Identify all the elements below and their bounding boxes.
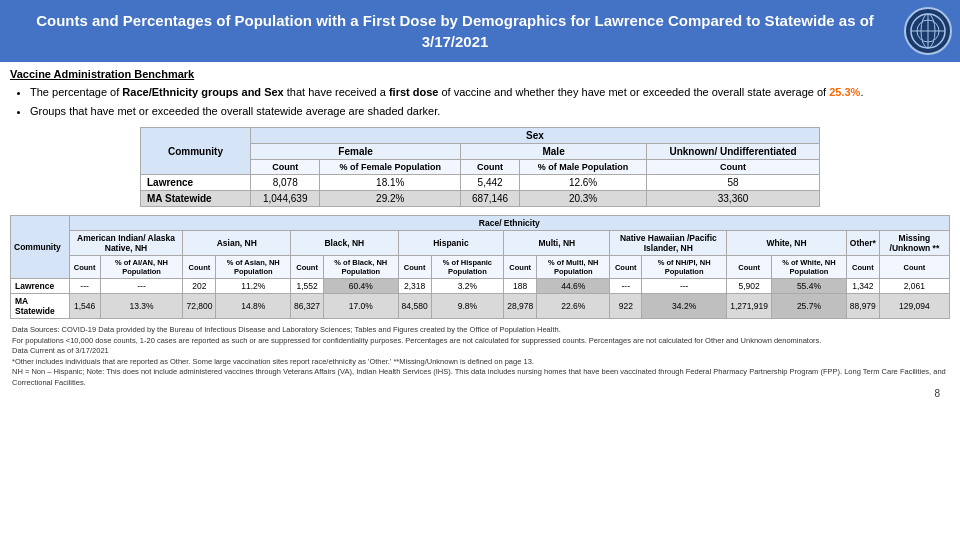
- race-cell-9: 22.6%: [537, 294, 610, 319]
- race-table: Community Race/ Ethnicity American India…: [10, 215, 950, 319]
- race-cell-10: 922: [610, 294, 642, 319]
- race-cell-15: 2,061: [879, 279, 949, 294]
- race-group-Missing: Missing /Unknown **: [879, 231, 949, 256]
- race-sub-header-12: Count: [727, 256, 772, 279]
- race-cell-0: ---: [69, 279, 100, 294]
- row-label: Lawrence: [141, 175, 251, 191]
- sex-table-row: MA Statewide 1,044,639 29.2% 687,146 20.…: [141, 191, 820, 207]
- footnote-line: NH = Non – Hispanic; Note: This does not…: [12, 367, 948, 388]
- unknown-count-sub-header: Count: [647, 160, 820, 175]
- race-cell-5: 17.0%: [324, 294, 399, 319]
- race-row-label: MA Statewide: [11, 294, 70, 319]
- pct-male: 20.3%: [520, 191, 647, 207]
- footnote-line: For populations <10,000 dose counts, 1-2…: [12, 336, 948, 347]
- race-community-header: Community: [11, 216, 70, 279]
- race-cell-1: ---: [100, 279, 183, 294]
- race-sub-header-11: % of NH/PI, NH Population: [642, 256, 727, 279]
- race-group-Other: Other*: [846, 231, 879, 256]
- race-sub-header-6: Count: [398, 256, 431, 279]
- page-title: Counts and Percentages of Population wit…: [10, 10, 900, 52]
- race-cell-7: 3.2%: [431, 279, 504, 294]
- race-cell-6: 2,318: [398, 279, 431, 294]
- race-sub-header-3: % of Asian, NH Population: [216, 256, 291, 279]
- race-cell-13: 25.7%: [772, 294, 847, 319]
- male-count-sub-header: Count: [461, 160, 520, 175]
- race-cell-12: 1,271,919: [727, 294, 772, 319]
- highlight-value: 25.3%: [829, 86, 860, 98]
- race-group-Black: Black, NH: [291, 231, 399, 256]
- race-cell-8: 28,978: [504, 294, 537, 319]
- race-sub-header-1: % of AI/AN, NH Population: [100, 256, 183, 279]
- race-cell-11: ---: [642, 279, 727, 294]
- race-sub-header-10: Count: [610, 256, 642, 279]
- sex-table-wrapper: Community Sex Female Male Unknown/ Undif…: [10, 127, 950, 207]
- race-cell-2: 72,800: [183, 294, 216, 319]
- male-count: 687,146: [461, 191, 520, 207]
- race-sub-header-14: Count: [846, 256, 879, 279]
- race-cell-4: 86,327: [291, 294, 324, 319]
- race-sub-header-13: % of White, NH Population: [772, 256, 847, 279]
- race-cell-8: 188: [504, 279, 537, 294]
- unknown-count: 33,360: [647, 191, 820, 207]
- male-count: 5,442: [461, 175, 520, 191]
- community-col-header: Community: [141, 128, 251, 175]
- female-count: 8,078: [251, 175, 320, 191]
- race-cell-6: 84,580: [398, 294, 431, 319]
- footnotes: Data Sources: COVID-19 Data provided by …: [10, 325, 950, 388]
- male-header: Male: [461, 144, 647, 160]
- race-group-Hispanic: Hispanic: [398, 231, 504, 256]
- bullet-1: The percentage of Race/Ethnicity groups …: [30, 84, 950, 101]
- race-cell-1: 13.3%: [100, 294, 183, 319]
- unknown-count: 58: [647, 175, 820, 191]
- race-group-AI/AN: American Indian/ Alaska Native, NH: [69, 231, 183, 256]
- benchmark-bullets: The percentage of Race/Ethnicity groups …: [30, 84, 950, 119]
- race-group-Asian: Asian, NH: [183, 231, 291, 256]
- bullet-2: Groups that have met or exceeded the ove…: [30, 103, 950, 120]
- race-sub-header-2: Count: [183, 256, 216, 279]
- race-sub-header-5: % of Black, NH Population: [324, 256, 399, 279]
- race-table-row: Lawrence------20211.2%1,55260.4%2,3183.2…: [11, 279, 950, 294]
- race-group-Multi: Multi, NH: [504, 231, 610, 256]
- race-cell-0: 1,546: [69, 294, 100, 319]
- pct-female-sub-header: % of Female Population: [320, 160, 461, 175]
- main-content: Vaccine Administration Benchmark The per…: [0, 62, 960, 405]
- race-cell-11: 34.2%: [642, 294, 727, 319]
- race-ethnicity-header: Race/ Ethnicity: [69, 216, 949, 231]
- race-sub-header-9: % of Multi, NH Population: [537, 256, 610, 279]
- race-cell-9: 44.6%: [537, 279, 610, 294]
- footnote-line: Data Current as of 3/17/2021: [12, 346, 948, 357]
- race-sub-header-15: Count: [879, 256, 949, 279]
- footnote-line: Data Sources: COVID-19 Data provided by …: [12, 325, 948, 336]
- race-cell-14: 1,342: [846, 279, 879, 294]
- race-sub-header-0: Count: [69, 256, 100, 279]
- race-cell-4: 1,552: [291, 279, 324, 294]
- race-group-White: White, NH: [727, 231, 847, 256]
- unknown-header: Unknown/ Undifferentiated: [647, 144, 820, 160]
- race-cell-13: 55.4%: [772, 279, 847, 294]
- pct-female: 29.2%: [320, 191, 461, 207]
- race-cell-14: 88,979: [846, 294, 879, 319]
- race-cell-15: 129,094: [879, 294, 949, 319]
- footnote-line: *Other includes individuals that are rep…: [12, 357, 948, 368]
- race-sub-header-8: Count: [504, 256, 537, 279]
- count-sub-header: Count: [251, 160, 320, 175]
- benchmark-title: Vaccine Administration Benchmark: [10, 68, 950, 80]
- race-row-label: Lawrence: [11, 279, 70, 294]
- pct-male: 12.6%: [520, 175, 647, 191]
- race-cell-2: 202: [183, 279, 216, 294]
- race-cell-7: 9.8%: [431, 294, 504, 319]
- page-number: 8: [10, 388, 950, 399]
- pct-female: 18.1%: [320, 175, 461, 191]
- female-header: Female: [251, 144, 461, 160]
- sex-table: Community Sex Female Male Unknown/ Undif…: [140, 127, 820, 207]
- race-sub-header-4: Count: [291, 256, 324, 279]
- race-table-row: MA Statewide1,54613.3%72,80014.8%86,3271…: [11, 294, 950, 319]
- race-sub-header-7: % of Hispanic Population: [431, 256, 504, 279]
- race-cell-12: 5,902: [727, 279, 772, 294]
- female-count: 1,044,639: [251, 191, 320, 207]
- race-cell-5: 60.4%: [324, 279, 399, 294]
- logo-icon: [904, 7, 952, 55]
- row-label: MA Statewide: [141, 191, 251, 207]
- race-cell-10: ---: [610, 279, 642, 294]
- race-group-NH/PI: Native Hawaiian /Pacific Islander, NH: [610, 231, 727, 256]
